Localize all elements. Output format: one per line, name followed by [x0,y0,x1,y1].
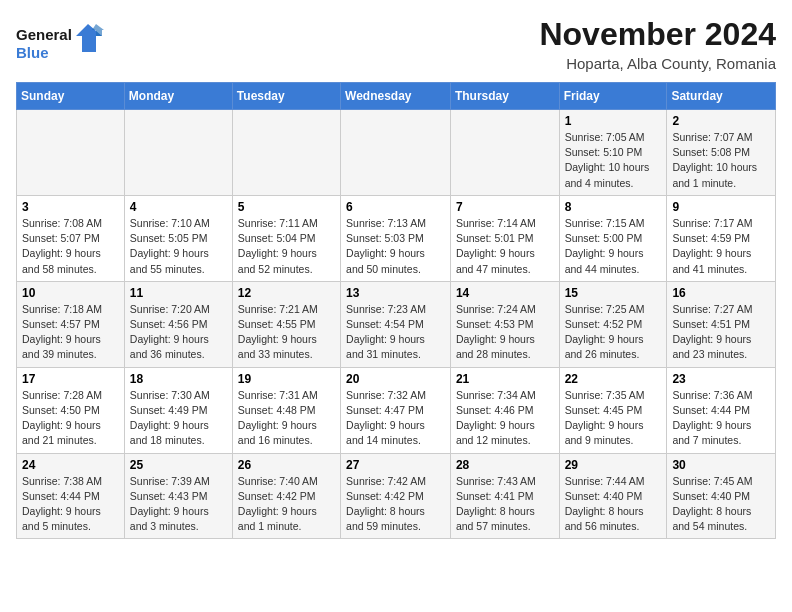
day-info: Sunrise: 7:21 AM Sunset: 4:55 PM Dayligh… [238,302,335,363]
day-number: 9 [672,200,770,214]
calendar-cell [17,110,125,196]
day-info: Sunrise: 7:34 AM Sunset: 4:46 PM Dayligh… [456,388,554,449]
day-info: Sunrise: 7:24 AM Sunset: 4:53 PM Dayligh… [456,302,554,363]
day-number: 26 [238,458,335,472]
calendar-header: SundayMondayTuesdayWednesdayThursdayFrid… [17,83,776,110]
day-number: 29 [565,458,662,472]
day-info: Sunrise: 7:27 AM Sunset: 4:51 PM Dayligh… [672,302,770,363]
day-number: 27 [346,458,445,472]
day-info: Sunrise: 7:45 AM Sunset: 4:40 PM Dayligh… [672,474,770,535]
calendar-cell: 6Sunrise: 7:13 AM Sunset: 5:03 PM Daylig… [341,195,451,281]
day-number: 13 [346,286,445,300]
calendar-week-row: 3Sunrise: 7:08 AM Sunset: 5:07 PM Daylig… [17,195,776,281]
day-number: 30 [672,458,770,472]
calendar-cell: 20Sunrise: 7:32 AM Sunset: 4:47 PM Dayli… [341,367,451,453]
calendar-cell: 9Sunrise: 7:17 AM Sunset: 4:59 PM Daylig… [667,195,776,281]
day-info: Sunrise: 7:35 AM Sunset: 4:45 PM Dayligh… [565,388,662,449]
calendar-cell: 17Sunrise: 7:28 AM Sunset: 4:50 PM Dayli… [17,367,125,453]
calendar-cell: 14Sunrise: 7:24 AM Sunset: 4:53 PM Dayli… [450,281,559,367]
day-info: Sunrise: 7:39 AM Sunset: 4:43 PM Dayligh… [130,474,227,535]
calendar-week-row: 1Sunrise: 7:05 AM Sunset: 5:10 PM Daylig… [17,110,776,196]
day-info: Sunrise: 7:38 AM Sunset: 4:44 PM Dayligh… [22,474,119,535]
day-number: 15 [565,286,662,300]
calendar-cell: 27Sunrise: 7:42 AM Sunset: 4:42 PM Dayli… [341,453,451,539]
calendar-cell: 10Sunrise: 7:18 AM Sunset: 4:57 PM Dayli… [17,281,125,367]
weekday-header: Monday [124,83,232,110]
weekday-header: Tuesday [232,83,340,110]
calendar-cell: 7Sunrise: 7:14 AM Sunset: 5:01 PM Daylig… [450,195,559,281]
day-number: 24 [22,458,119,472]
calendar-cell [232,110,340,196]
calendar-cell: 21Sunrise: 7:34 AM Sunset: 4:46 PM Dayli… [450,367,559,453]
day-info: Sunrise: 7:40 AM Sunset: 4:42 PM Dayligh… [238,474,335,535]
day-info: Sunrise: 7:30 AM Sunset: 4:49 PM Dayligh… [130,388,227,449]
calendar-cell: 1Sunrise: 7:05 AM Sunset: 5:10 PM Daylig… [559,110,667,196]
calendar-week-row: 17Sunrise: 7:28 AM Sunset: 4:50 PM Dayli… [17,367,776,453]
calendar-cell: 15Sunrise: 7:25 AM Sunset: 4:52 PM Dayli… [559,281,667,367]
day-number: 22 [565,372,662,386]
day-number: 21 [456,372,554,386]
day-number: 20 [346,372,445,386]
calendar-cell: 5Sunrise: 7:11 AM Sunset: 5:04 PM Daylig… [232,195,340,281]
calendar-cell: 29Sunrise: 7:44 AM Sunset: 4:40 PM Dayli… [559,453,667,539]
weekday-header: Saturday [667,83,776,110]
calendar-cell: 22Sunrise: 7:35 AM Sunset: 4:45 PM Dayli… [559,367,667,453]
day-number: 18 [130,372,227,386]
svg-text:General: General [16,26,72,43]
calendar-cell [341,110,451,196]
day-info: Sunrise: 7:14 AM Sunset: 5:01 PM Dayligh… [456,216,554,277]
day-number: 28 [456,458,554,472]
day-info: Sunrise: 7:20 AM Sunset: 4:56 PM Dayligh… [130,302,227,363]
day-info: Sunrise: 7:11 AM Sunset: 5:04 PM Dayligh… [238,216,335,277]
day-info: Sunrise: 7:44 AM Sunset: 4:40 PM Dayligh… [565,474,662,535]
day-number: 14 [456,286,554,300]
header-row: SundayMondayTuesdayWednesdayThursdayFrid… [17,83,776,110]
calendar-cell: 19Sunrise: 7:31 AM Sunset: 4:48 PM Dayli… [232,367,340,453]
calendar-cell: 8Sunrise: 7:15 AM Sunset: 5:00 PM Daylig… [559,195,667,281]
weekday-header: Friday [559,83,667,110]
day-info: Sunrise: 7:25 AM Sunset: 4:52 PM Dayligh… [565,302,662,363]
day-number: 1 [565,114,662,128]
day-number: 3 [22,200,119,214]
calendar-cell: 18Sunrise: 7:30 AM Sunset: 4:49 PM Dayli… [124,367,232,453]
calendar-week-row: 24Sunrise: 7:38 AM Sunset: 4:44 PM Dayli… [17,453,776,539]
calendar-cell: 28Sunrise: 7:43 AM Sunset: 4:41 PM Dayli… [450,453,559,539]
day-number: 5 [238,200,335,214]
page-title: November 2024 [539,16,776,53]
day-number: 6 [346,200,445,214]
weekday-header: Wednesday [341,83,451,110]
calendar-cell: 3Sunrise: 7:08 AM Sunset: 5:07 PM Daylig… [17,195,125,281]
calendar-cell: 12Sunrise: 7:21 AM Sunset: 4:55 PM Dayli… [232,281,340,367]
day-number: 16 [672,286,770,300]
day-number: 10 [22,286,119,300]
day-number: 25 [130,458,227,472]
calendar-cell [450,110,559,196]
day-info: Sunrise: 7:23 AM Sunset: 4:54 PM Dayligh… [346,302,445,363]
calendar-cell: 25Sunrise: 7:39 AM Sunset: 4:43 PM Dayli… [124,453,232,539]
calendar-cell: 16Sunrise: 7:27 AM Sunset: 4:51 PM Dayli… [667,281,776,367]
calendar-cell: 26Sunrise: 7:40 AM Sunset: 4:42 PM Dayli… [232,453,340,539]
day-info: Sunrise: 7:15 AM Sunset: 5:00 PM Dayligh… [565,216,662,277]
weekday-header: Sunday [17,83,125,110]
calendar-cell [124,110,232,196]
day-number: 7 [456,200,554,214]
day-number: 19 [238,372,335,386]
day-info: Sunrise: 7:08 AM Sunset: 5:07 PM Dayligh… [22,216,119,277]
day-number: 12 [238,286,335,300]
page-subtitle: Hoparta, Alba County, Romania [539,55,776,72]
calendar-cell: 30Sunrise: 7:45 AM Sunset: 4:40 PM Dayli… [667,453,776,539]
day-info: Sunrise: 7:17 AM Sunset: 4:59 PM Dayligh… [672,216,770,277]
weekday-header: Thursday [450,83,559,110]
calendar-cell: 24Sunrise: 7:38 AM Sunset: 4:44 PM Dayli… [17,453,125,539]
day-number: 17 [22,372,119,386]
calendar-table: SundayMondayTuesdayWednesdayThursdayFrid… [16,82,776,539]
day-info: Sunrise: 7:18 AM Sunset: 4:57 PM Dayligh… [22,302,119,363]
logo-svg: General Blue [16,20,106,64]
calendar-cell: 11Sunrise: 7:20 AM Sunset: 4:56 PM Dayli… [124,281,232,367]
calendar-body: 1Sunrise: 7:05 AM Sunset: 5:10 PM Daylig… [17,110,776,539]
day-number: 23 [672,372,770,386]
day-info: Sunrise: 7:13 AM Sunset: 5:03 PM Dayligh… [346,216,445,277]
day-info: Sunrise: 7:07 AM Sunset: 5:08 PM Dayligh… [672,130,770,191]
day-info: Sunrise: 7:28 AM Sunset: 4:50 PM Dayligh… [22,388,119,449]
day-info: Sunrise: 7:10 AM Sunset: 5:05 PM Dayligh… [130,216,227,277]
